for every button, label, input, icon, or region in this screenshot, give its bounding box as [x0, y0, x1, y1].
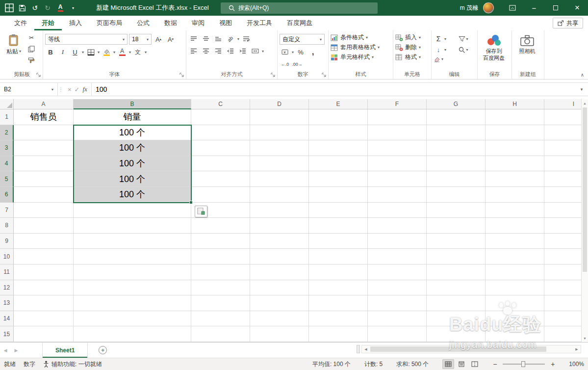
horizontal-scroll-thumb[interactable] — [370, 346, 546, 352]
row-header-2[interactable]: 2 — [0, 125, 14, 141]
cell-I2[interactable] — [544, 125, 581, 141]
cell-E9[interactable] — [309, 234, 368, 249]
cell-C12[interactable] — [191, 280, 250, 296]
cell-C1[interactable] — [191, 109, 250, 125]
column-header-C[interactable]: C — [191, 99, 250, 109]
zoom-slider-thumb[interactable] — [521, 361, 525, 367]
cell-B8[interactable] — [74, 218, 191, 234]
add-sheet-button[interactable]: + — [99, 346, 107, 354]
cell-B1[interactable]: 销量 — [74, 109, 191, 125]
sheet-nav-right-icon[interactable]: ▶ — [11, 343, 22, 358]
cell-I1[interactable] — [544, 109, 581, 125]
top-align-button[interactable] — [188, 34, 199, 44]
row-header-6[interactable]: 6 — [0, 187, 14, 203]
page-layout-view-button[interactable] — [456, 359, 467, 369]
cell-C6[interactable] — [191, 187, 250, 203]
user-avatar[interactable] — [483, 2, 494, 13]
cell-A15[interactable] — [14, 326, 74, 342]
cell-D10[interactable] — [250, 249, 309, 264]
font-color-button[interactable]: A — [117, 47, 128, 57]
cell-F8[interactable] — [368, 218, 427, 234]
scroll-up-icon[interactable]: ▲ — [582, 99, 588, 107]
zoom-out-button[interactable]: − — [491, 361, 498, 368]
cell-F4[interactable] — [368, 156, 427, 172]
page-break-preview-button[interactable] — [469, 359, 481, 369]
tab-split-handle[interactable] — [357, 345, 360, 353]
delete-cells-button[interactable]: 删除▾ — [395, 43, 429, 52]
insert-cells-button[interactable]: 插入▾ — [395, 33, 429, 42]
cell-F15[interactable] — [368, 326, 427, 342]
camera-button[interactable]: 照相机 — [514, 31, 540, 55]
cell-D3[interactable] — [250, 140, 309, 156]
cell-D5[interactable] — [250, 171, 309, 187]
cell-B4[interactable]: 100 个 — [74, 156, 191, 172]
decrease-indent-button[interactable] — [225, 46, 236, 56]
cell-A13[interactable] — [14, 295, 74, 311]
orientation-button[interactable]: ab — [225, 34, 236, 44]
cell-A4[interactable] — [14, 156, 74, 172]
cell-E6[interactable] — [309, 187, 368, 203]
sort-filter-button[interactable]: ▾ — [459, 36, 476, 42]
cell-I12[interactable] — [544, 280, 581, 296]
cell-H11[interactable] — [486, 264, 544, 280]
autosum-button[interactable]: Σ▾ — [434, 34, 454, 43]
cell-B2[interactable]: 100 个 — [74, 125, 191, 141]
tab-插入[interactable]: 插入 — [62, 16, 89, 30]
align-left-button[interactable] — [188, 46, 199, 56]
number-format-select[interactable]: 自定义▾ — [280, 34, 325, 45]
cell-E11[interactable] — [309, 264, 368, 280]
cell-F3[interactable] — [368, 140, 427, 156]
cell-G10[interactable] — [427, 249, 486, 264]
cell-H1[interactable] — [486, 109, 544, 125]
cell-I11[interactable] — [544, 264, 581, 280]
fill-color-button[interactable] — [101, 47, 112, 57]
cell-F7[interactable] — [368, 203, 427, 218]
cell-G13[interactable] — [427, 295, 486, 311]
share-button[interactable]: 共享 — [553, 18, 583, 28]
row-header-9[interactable]: 9 — [0, 234, 14, 249]
merge-center-button[interactable] — [250, 46, 260, 56]
cell-B10[interactable] — [74, 249, 191, 264]
cell-E12[interactable] — [309, 280, 368, 296]
maximize-button[interactable] — [545, 0, 566, 16]
cell-F14[interactable] — [368, 311, 427, 327]
cell-A7[interactable] — [14, 203, 74, 218]
cell-B6[interactable]: 100 个 — [74, 187, 191, 203]
formula-bar-expand-icon[interactable]: ▾ — [575, 83, 588, 96]
cell-D14[interactable] — [250, 311, 309, 327]
cell-E2[interactable] — [309, 125, 368, 141]
cell-E4[interactable] — [309, 156, 368, 172]
horizontal-scrollbar[interactable]: ◀ ▶ — [361, 345, 581, 353]
cell-D4[interactable] — [250, 156, 309, 172]
increase-decimal-button[interactable]: ←.0 — [280, 59, 290, 69]
cell-A5[interactable] — [14, 171, 74, 187]
cell-D8[interactable] — [250, 218, 309, 234]
row-header-14[interactable]: 14 — [0, 311, 14, 327]
cell-C4[interactable] — [191, 156, 250, 172]
cell-H8[interactable] — [486, 218, 544, 234]
cell-I14[interactable] — [544, 311, 581, 327]
cell-G15[interactable] — [427, 326, 486, 342]
underline-button[interactable]: U — [70, 47, 80, 57]
tab-数据[interactable]: 数据 — [157, 16, 184, 30]
tab-开始[interactable]: 开始 — [34, 16, 62, 30]
cell-D2[interactable] — [250, 125, 309, 141]
cut-button[interactable]: ✂ — [26, 33, 36, 42]
cancel-icon[interactable]: × — [68, 86, 72, 93]
column-header-I[interactable]: I — [544, 99, 581, 109]
cell-G3[interactable] — [427, 140, 486, 156]
cell-E14[interactable] — [309, 311, 368, 327]
phonetic-guide-button[interactable]: 文 — [132, 47, 143, 57]
borders-button[interactable] — [85, 47, 96, 57]
cell-C11[interactable] — [191, 264, 250, 280]
font-dialog-launcher[interactable] — [179, 72, 185, 78]
cell-D11[interactable] — [250, 264, 309, 280]
cell-I15[interactable] — [544, 326, 581, 342]
row-header-8[interactable]: 8 — [0, 218, 14, 234]
sheet-tab-sheet1[interactable]: Sheet1 — [42, 343, 88, 358]
cell-G5[interactable] — [427, 171, 486, 187]
cell-A11[interactable] — [14, 264, 74, 280]
cell-E8[interactable] — [309, 218, 368, 234]
zoom-in-button[interactable]: + — [549, 361, 556, 368]
cell-C13[interactable] — [191, 295, 250, 311]
